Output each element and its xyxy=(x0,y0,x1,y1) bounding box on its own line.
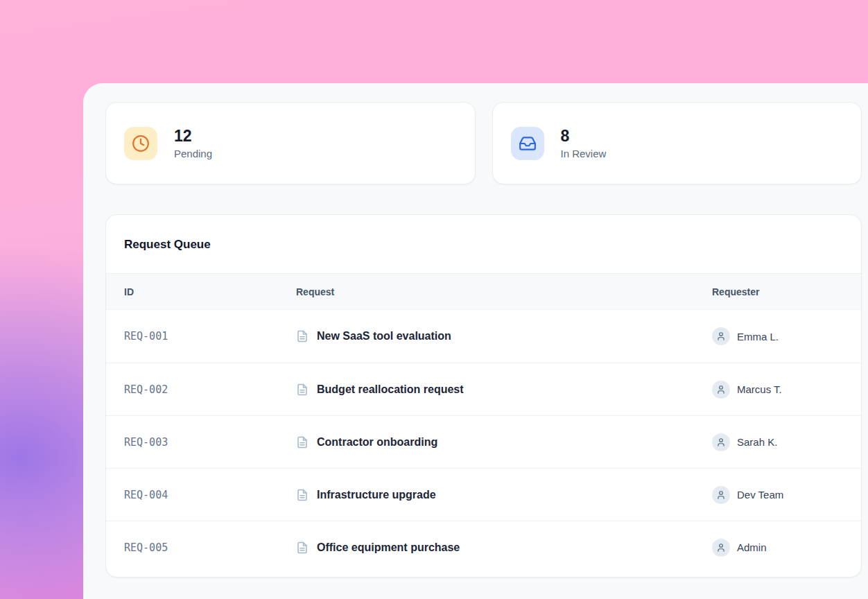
file-text-icon xyxy=(296,383,309,396)
inbox-icon xyxy=(511,127,544,160)
table-body: REQ-001 New SaaS tool evaluation Emma L.… xyxy=(106,310,861,573)
table-row[interactable]: REQ-003 Contractor onboarding Sarah K. xyxy=(106,415,861,468)
table-row[interactable]: REQ-001 New SaaS tool evaluation Emma L. xyxy=(106,310,861,363)
in-review-label: In Review xyxy=(561,148,607,159)
avatar xyxy=(712,327,730,345)
request-title: Contractor onboarding xyxy=(317,436,437,449)
stat-text: 8 In Review xyxy=(561,127,607,160)
clock-icon xyxy=(124,127,157,160)
stat-card-in-review: 8 In Review xyxy=(492,102,862,184)
avatar xyxy=(712,539,730,557)
avatar xyxy=(712,486,730,504)
file-text-icon xyxy=(296,489,309,501)
table-row[interactable]: REQ-004 Infrastructure upgrade Dev Team xyxy=(106,468,861,521)
requester-cell: Dev Team xyxy=(694,486,861,504)
request-id: REQ-002 xyxy=(106,383,278,396)
request-id: REQ-001 xyxy=(106,330,278,342)
stat-card-pending: 12 Pending xyxy=(105,102,476,184)
file-text-icon xyxy=(296,330,309,342)
requester-name: Emma L. xyxy=(737,331,779,342)
file-text-icon xyxy=(296,436,309,449)
file-text-icon xyxy=(296,541,309,554)
requester-name: Sarah K. xyxy=(737,436,777,448)
request-cell: New SaaS tool evaluation xyxy=(278,330,694,342)
request-id: REQ-005 xyxy=(106,541,278,554)
requester-cell: Sarah K. xyxy=(694,433,861,451)
request-cell: Budget reallocation request xyxy=(278,383,694,396)
requester-cell: Marcus T. xyxy=(694,381,861,399)
requester-name: Dev Team xyxy=(737,489,783,501)
table-header-row: ID Request Requester xyxy=(106,274,861,310)
pending-count: 12 xyxy=(174,127,212,146)
queue-title-row: Request Queue xyxy=(106,215,861,274)
main-panel: 12 Pending 8 In Review Request Queue ID … xyxy=(83,83,868,599)
request-title: Budget reallocation request xyxy=(317,383,464,396)
request-title: New SaaS tool evaluation xyxy=(317,330,451,342)
request-id: REQ-003 xyxy=(106,436,278,449)
user-icon xyxy=(716,437,726,447)
request-id: REQ-004 xyxy=(106,489,278,501)
request-cell: Office equipment purchase xyxy=(278,541,694,554)
request-cell: Contractor onboarding xyxy=(278,436,694,449)
pending-label: Pending xyxy=(174,148,212,159)
stats-row: 12 Pending 8 In Review xyxy=(105,102,862,184)
user-icon xyxy=(716,543,726,553)
requester-name: Admin xyxy=(737,541,767,553)
requester-cell: Admin xyxy=(694,539,861,557)
requester-name: Marcus T. xyxy=(737,383,782,395)
request-title: Office equipment purchase xyxy=(317,541,460,554)
avatar xyxy=(712,433,730,451)
user-icon xyxy=(716,331,726,341)
table-row[interactable]: REQ-005 Office equipment purchase Admin xyxy=(106,521,861,573)
page-title: Request Queue xyxy=(124,236,843,252)
user-icon xyxy=(716,385,726,394)
request-cell: Infrastructure upgrade xyxy=(278,489,694,501)
column-header-request: Request xyxy=(278,286,694,297)
in-review-count: 8 xyxy=(561,127,607,146)
avatar xyxy=(712,381,730,399)
table-row[interactable]: REQ-002 Budget reallocation request Marc… xyxy=(106,363,861,415)
column-header-id: ID xyxy=(106,286,278,297)
stat-text: 12 Pending xyxy=(174,127,212,160)
request-queue-card: Request Queue ID Request Requester REQ-0… xyxy=(105,214,862,578)
request-title: Infrastructure upgrade xyxy=(317,489,436,501)
user-icon xyxy=(716,490,726,500)
column-header-requester: Requester xyxy=(694,286,861,297)
requester-cell: Emma L. xyxy=(694,327,861,345)
app-background: { "stats": [ { "value": "12", "label": "… xyxy=(0,0,868,599)
